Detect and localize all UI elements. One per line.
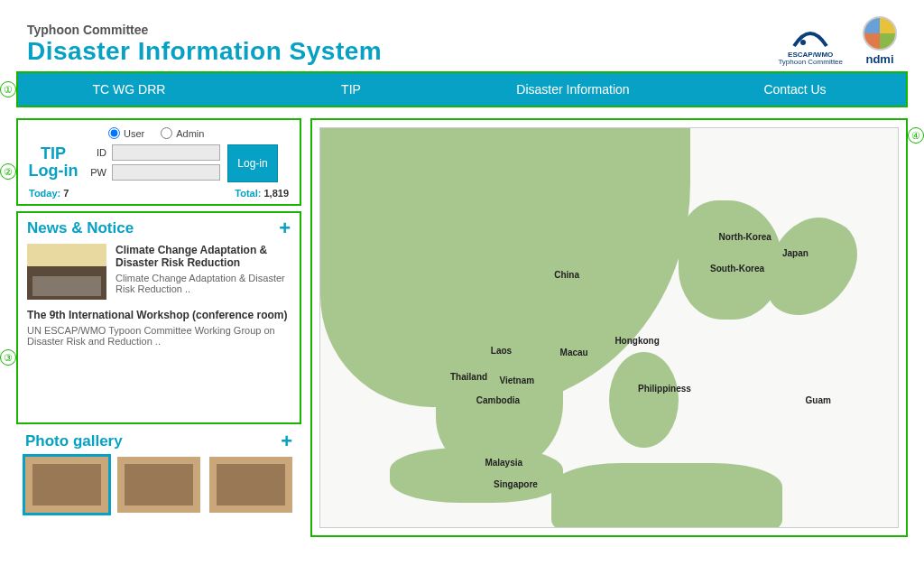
news-heading: News & Notice — [27, 219, 134, 237]
today-label: Today: — [29, 188, 60, 199]
header-subtitle: Typhoon Committee — [27, 23, 382, 37]
map-label-thailand[interactable]: Thailand — [450, 372, 487, 382]
annotation-2: ② — [0, 163, 16, 180]
map-label-singapore[interactable]: Singapore — [494, 479, 538, 489]
escap-wmo-logo: ESCAP/WMO Typhoon Committee — [778, 26, 843, 66]
news-thumb-icon — [27, 244, 106, 300]
header-title: Disaster Information System — [27, 37, 382, 66]
asia-map[interactable]: North-KoreaJapanSouth-KoreaChinaHongkong… — [319, 127, 899, 528]
svg-point-0 — [800, 40, 806, 45]
header-logos: ESCAP/WMO Typhoon Committee ndmi — [778, 16, 897, 66]
nav-contact-us[interactable]: Contact Us — [684, 82, 906, 97]
escap-logo-line2: Typhoon Committee — [778, 59, 843, 66]
map-label-philippiness[interactable]: Philippiness — [638, 384, 691, 394]
header: Typhoon Committee Disaster Information S… — [16, 9, 908, 71]
news-panel: News & Notice + Climate Change Adaptatio… — [16, 211, 301, 424]
gallery-thumb[interactable] — [209, 457, 292, 513]
radio-user-label[interactable]: User — [108, 127, 144, 139]
total-label: Total: — [235, 188, 261, 199]
annotation-1: ① — [0, 81, 16, 97]
radio-admin-label[interactable]: Admin — [161, 127, 204, 139]
photo-gallery-panel: Photo gallery + — [16, 430, 301, 522]
pw-input[interactable] — [112, 164, 220, 181]
map-label-north-korea[interactable]: North-Korea — [719, 232, 772, 242]
map-label-laos[interactable]: Laos — [491, 346, 512, 356]
nav-tip[interactable]: TIP — [240, 82, 462, 97]
login-panel: TIP Log-in User Admin ID — [16, 118, 301, 206]
login-button[interactable]: Log-in — [227, 144, 278, 182]
ndmi-logo: ndmi — [863, 16, 897, 66]
main-nav: TC WG DRR TIP Disaster Information Conta… — [16, 71, 908, 107]
map-label-hongkong[interactable]: Hongkong — [614, 336, 659, 346]
news-item[interactable]: Climate Change Adaptation & Disaster Ris… — [27, 244, 291, 300]
annotation-4: ④ — [908, 127, 924, 144]
radio-user[interactable] — [108, 127, 120, 139]
map-label-china[interactable]: China — [554, 270, 579, 280]
login-brand: TIP Log-in — [27, 145, 79, 180]
radio-admin[interactable] — [161, 127, 172, 139]
map-label-guam[interactable]: Guam — [806, 395, 831, 405]
id-input[interactable] — [112, 144, 220, 161]
news-more-icon[interactable]: + — [279, 217, 291, 240]
map-label-macau[interactable]: Macau — [560, 348, 588, 357]
news-item-desc: Climate Change Adaptation & Disaster Ris… — [116, 273, 291, 294]
news-item-title: The 9th International Workshop (conferen… — [27, 309, 291, 321]
ndmi-logo-text: ndmi — [865, 52, 893, 66]
map-label-cambodia[interactable]: Cambodia — [476, 395, 520, 405]
map-label-japan[interactable]: Japan — [782, 248, 808, 258]
today-value: 7 — [63, 188, 69, 199]
nav-disaster-info[interactable]: Disaster Information — [462, 82, 684, 97]
news-item-desc: UN ESCAP/WMO Typoon Committee Working Gr… — [27, 325, 291, 347]
pw-label: PW — [87, 167, 106, 178]
gallery-thumb[interactable] — [25, 457, 108, 513]
news-item[interactable]: The 9th International Workshop (conferen… — [27, 309, 291, 347]
nav-tc-wg-drr[interactable]: TC WG DRR — [18, 82, 240, 97]
map-label-vietnam[interactable]: Vietnam — [499, 376, 534, 385]
news-item-title: Climate Change Adaptation & Disaster Ris… — [116, 244, 291, 269]
map-label-malaysia[interactable]: Malaysia — [485, 458, 522, 468]
gallery-heading: Photo gallery — [25, 432, 123, 450]
total-value: 1,819 — [263, 188, 289, 199]
ndmi-logo-icon — [863, 16, 897, 51]
gallery-thumb[interactable] — [117, 457, 200, 513]
radio-user-text: User — [124, 128, 144, 139]
gallery-more-icon[interactable]: + — [281, 430, 292, 453]
map-panel: North-KoreaJapanSouth-KoreaChinaHongkong… — [310, 118, 908, 537]
map-label-south-korea[interactable]: South-Korea — [710, 264, 764, 274]
radio-admin-text: Admin — [176, 128, 204, 139]
annotation-3: ③ — [0, 349, 16, 366]
id-label: ID — [87, 147, 106, 158]
